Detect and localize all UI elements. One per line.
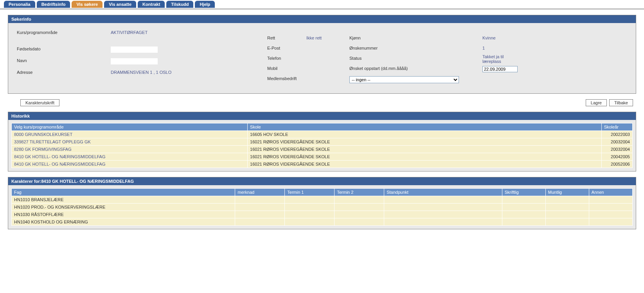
table-row: HN1030 RÅSTOFFLÆRE <box>12 211 633 218</box>
kjonn-label: Kjønn <box>349 36 428 40</box>
standpunkt-cell <box>384 204 502 211</box>
annen-cell <box>589 218 632 226</box>
medlemsbedrift-label: Medlemsbedrift <box>267 76 306 81</box>
historikk-header: Historikk <box>8 112 636 120</box>
skriftlig-cell <box>502 218 545 226</box>
tab-hjelp[interactable]: Hjelp <box>195 1 215 8</box>
termin2-cell <box>335 218 384 226</box>
skriftlig-cell <box>502 211 545 218</box>
fdato-value <box>111 46 158 53</box>
annen-cell <box>589 196 632 204</box>
col-stand: Standpunkt <box>384 189 502 196</box>
medlemsbedrift-select[interactable]: -- ingen -- <box>349 76 459 83</box>
merknad-cell <box>235 204 285 211</box>
karakterer-panel: Karakterer for:8410 GK HOTELL- OG NÆRING… <box>8 177 636 229</box>
fag-cell: HN1040 KOSTHOLD OG ERNÆRING <box>12 218 235 226</box>
main-tabs: PersonaliaBedriftsinfoVis søkereVis ansa… <box>0 0 644 9</box>
table-row: HN1020 PROD.- OG KONSERVERINGSLÆRE <box>12 204 633 211</box>
tab-bedriftsinfo[interactable]: Bedriftsinfo <box>37 1 70 8</box>
table-row: HN1010 BRANSJELÆRE <box>12 196 633 204</box>
oppstart-input[interactable] <box>482 66 518 72</box>
skole-cell: 16021 RØROS VIDEREGÅENDE SKOLE <box>248 161 602 168</box>
tab-vis-søkere[interactable]: Vis søkere <box>72 1 103 8</box>
aar-cell: 20032004 <box>601 138 632 146</box>
col-t2: Termin 2 <box>335 189 384 196</box>
skole-cell: 16021 RØROS VIDEREGÅENDE SKOLE <box>248 146 602 153</box>
termin2-cell <box>335 211 384 218</box>
table-row: 8000 GRUNNSKOLEKURSET16605 HOV SKOLE2002… <box>12 131 633 138</box>
historikk-table: Velg kurs/programområde Skole Skoleår 80… <box>11 123 633 168</box>
aar-cell: 20032004 <box>601 146 632 153</box>
termin2-cell <box>335 204 384 211</box>
tab-vis-ansatte[interactable]: Vis ansatte <box>104 1 136 8</box>
standpunkt-cell <box>384 218 502 226</box>
status-value: Takket ja til læreplass <box>482 54 518 64</box>
kurs-link[interactable]: 8410 GK HOTELL- OG NÆRINGSMIDDELFAG <box>12 153 248 161</box>
aar-cell: 20042005 <box>601 153 632 161</box>
col-fag: Fag <box>12 189 235 196</box>
fag-cell: HN1010 BRANSJELÆRE <box>12 196 235 204</box>
tab-kontrakt[interactable]: Kontrakt <box>138 1 165 8</box>
table-row: 8280 GK FORMGIVINGSFAG16021 RØROS VIDERE… <box>12 146 633 153</box>
tab-personalia[interactable]: Personalia <box>4 1 35 8</box>
adresse-value: DRAMMENSVEIEN 1 , 1 OSLO <box>111 70 171 75</box>
karakterer-table: Fag merknad Termin 1 Termin 2 Standpunkt… <box>11 188 633 226</box>
adresse-label: Adresse <box>17 70 111 75</box>
termin2-cell <box>335 196 384 204</box>
kjonn-value: Kvinne <box>482 36 627 40</box>
annen-cell <box>589 211 632 218</box>
aar-cell: 20052006 <box>601 161 632 168</box>
tab-tilskudd[interactable]: Tilskudd <box>166 1 193 8</box>
muntlig-cell <box>545 211 589 218</box>
col-munt: Muntlig <box>545 189 589 196</box>
kurs-link[interactable]: 8280 GK FORMGIVINGSFAG <box>12 146 248 153</box>
mobil-label: Mobil <box>267 66 306 71</box>
skole-cell: 16605 HOV SKOLE <box>248 131 602 138</box>
col-merknad: merknad <box>235 189 285 196</box>
historikk-panel: Historikk Velg kurs/programområde Skole … <box>8 112 636 172</box>
sokerinfo-panel: Søkerinfo Kurs/programområde AKTIVITØRFA… <box>8 15 636 94</box>
termin1-cell <box>285 204 335 211</box>
skriftlig-cell <box>502 204 545 211</box>
merknad-cell <box>235 196 285 204</box>
onskenr-label: Ønskenummer <box>349 46 428 50</box>
muntlig-cell <box>545 204 589 211</box>
lagre-button[interactable]: Lagre <box>586 99 607 106</box>
table-row: HN1040 KOSTHOLD OG ERNÆRING <box>12 218 633 226</box>
oppstart-label: Ønsket oppstart (dd.mm.åååå) <box>349 66 428 71</box>
merknad-cell <box>235 218 285 226</box>
fag-cell: HN1030 RÅSTOFFLÆRE <box>12 211 235 218</box>
status-label: Status <box>349 56 428 61</box>
kurs-label: Kurs/programområde <box>17 30 111 35</box>
col-t1: Termin 1 <box>285 189 335 196</box>
merknad-cell <box>235 211 285 218</box>
table-row: 8410 GK HOTELL- OG NÆRINGSMIDDELFAG16021… <box>12 161 633 168</box>
button-row: Karakterutskrift Lagre Tilbake <box>8 99 636 106</box>
col-skole: Skole <box>248 123 602 131</box>
fag-cell: HN1020 PROD.- OG KONSERVERINGSLÆRE <box>12 204 235 211</box>
skriftlig-cell <box>502 196 545 204</box>
sokerinfo-header: Søkerinfo <box>8 15 636 23</box>
standpunkt-cell <box>384 211 502 218</box>
karakterer-header: Karakterer for:8410 GK HOTELL- OG NÆRING… <box>8 177 636 185</box>
col-annen: Annen <box>589 189 632 196</box>
telefon-label: Telefon <box>267 56 306 61</box>
onskenr-value: 1 <box>482 46 627 50</box>
col-skrift: Skriftlig <box>502 189 545 196</box>
kurs-value: AKTIVITØRFAGET <box>111 30 148 35</box>
tilbake-button[interactable]: Tilbake <box>609 99 633 106</box>
karakterutskrift-button[interactable]: Karakterutskrift <box>20 99 59 106</box>
navn-value <box>111 58 158 64</box>
kurs-link[interactable]: 8000 GRUNNSKOLEKURSET <box>12 131 248 138</box>
aar-cell: 20022003 <box>601 131 632 138</box>
kurs-link[interactable]: 339827 TILRETTELAGT OPPLEGG GK <box>12 138 248 146</box>
muntlig-cell <box>545 196 589 204</box>
rett-label: Rett <box>267 36 306 40</box>
fdato-label: Fødselsdato <box>17 46 111 53</box>
skole-cell: 16021 RØROS VIDEREGÅENDE SKOLE <box>248 153 602 161</box>
kurs-link[interactable]: 8410 GK HOTELL- OG NÆRINGSMIDDELFAG <box>12 161 248 168</box>
table-row: 8410 GK HOTELL- OG NÆRINGSMIDDELFAG16021… <box>12 153 633 161</box>
col-aar: Skoleår <box>601 123 632 131</box>
standpunkt-cell <box>384 196 502 204</box>
termin1-cell <box>285 218 335 226</box>
